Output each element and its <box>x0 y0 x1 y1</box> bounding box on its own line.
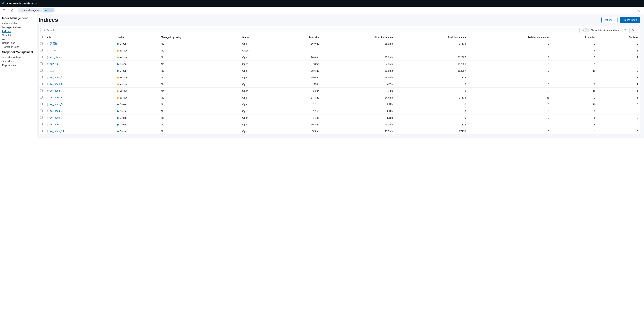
index-name-link[interactable]: zc_index_14 <box>50 130 64 133</box>
col-index[interactable]: Index↓ <box>45 34 116 40</box>
create-index-button[interactable]: Create Index <box>620 17 640 23</box>
row-checkbox[interactable] <box>40 69 42 72</box>
sidebar-item[interactable]: Index Policies <box>2 22 35 26</box>
indices-table: Index↓ Health Managed by policy Status T… <box>39 34 640 135</box>
trash-icon[interactable] <box>46 103 49 106</box>
cell-health: Green <box>116 108 160 114</box>
index-name-link[interactable]: zc_index_8 <box>50 83 62 86</box>
cell-health: Green <box>116 128 160 135</box>
cell-health: Yellow <box>116 81 160 88</box>
breadcrumb-item-indices[interactable]: Indices <box>42 8 55 13</box>
sidebar-item[interactable]: Snapshots <box>2 60 35 63</box>
cell-status: Open <box>241 61 275 67</box>
col-replicas[interactable]: Replicas <box>597 34 640 40</box>
col-size-primaries[interactable]: Size of primaries <box>320 34 394 40</box>
actions-label: Actions <box>604 19 612 22</box>
refresh-interval-button[interactable]: ▾ <box>622 28 629 33</box>
index-name-link[interactable]: zc_index_4 <box>50 110 62 112</box>
health-dot-icon <box>117 70 119 72</box>
row-checkbox[interactable] <box>40 103 42 105</box>
cell-total-size: 7.8mb <box>275 61 320 67</box>
sidebar-item[interactable]: Repositories <box>2 63 35 67</box>
col-health[interactable]: Health <box>116 34 160 40</box>
row-checkbox[interactable] <box>40 96 42 99</box>
cell-total-docs: 27133 <box>394 40 467 47</box>
breadcrumb-item-index-management[interactable]: Index Managem... <box>18 8 43 13</box>
data-stream-toggle[interactable]: ✕ <box>582 29 589 32</box>
trash-icon[interactable] <box>46 130 49 133</box>
toolbar: Index Managem... Indices <box>0 7 644 14</box>
search-field-wrapper[interactable] <box>40 28 580 33</box>
cell-managed: No <box>160 74 241 81</box>
index-name-link[interactable]: zzz_400 <box>50 63 59 65</box>
row-checkbox[interactable] <box>40 49 42 52</box>
cell-size-primaries: 45.5mb <box>320 128 394 135</box>
trash-icon[interactable] <box>46 56 49 59</box>
trash-icon[interactable] <box>46 70 49 72</box>
index-name-link[interactable]: zzzzzzz <box>50 49 59 52</box>
menu-toggle-button[interactable] <box>2 8 7 13</box>
sidebar-item[interactable]: Indices <box>2 29 35 33</box>
cell-replicas: 1 <box>597 81 640 88</box>
row-checkbox[interactable] <box>40 56 42 58</box>
col-deleted-documents[interactable]: Deleted documents <box>467 34 551 40</box>
updates-button[interactable] <box>637 8 642 13</box>
col-total-documents[interactable]: Total documents <box>394 34 467 40</box>
trash-icon[interactable] <box>46 110 49 113</box>
sidebar-item[interactable]: Rollup Jobs <box>2 41 35 45</box>
index-name-link[interactable]: zc_index_9 <box>50 76 62 79</box>
sidebar-item[interactable]: Transform Jobs <box>2 45 35 49</box>
index-name-link[interactable]: 罗雪松 <box>50 42 58 45</box>
index-name-link[interactable]: zc_index_7 <box>50 89 62 92</box>
cell-managed: No <box>160 108 241 114</box>
row-checkbox[interactable] <box>40 76 42 78</box>
row-checkbox[interactable] <box>40 116 42 119</box>
row-checkbox[interactable] <box>40 83 42 85</box>
index-name-link[interactable]: zc_index_5 <box>50 103 62 106</box>
sidebar-item[interactable]: Snapshot Policies <box>2 56 35 60</box>
row-checkbox[interactable] <box>40 123 42 125</box>
row-checkbox[interactable] <box>40 110 42 112</box>
cell-replicas: 0 <box>597 108 640 114</box>
index-name-link[interactable]: zc_index_6 <box>50 96 62 99</box>
app-logo[interactable]: OpenSearch Dashboards <box>2 2 37 5</box>
col-primaries[interactable]: Primaries <box>551 34 597 40</box>
sidebar-item[interactable]: Templates <box>2 33 35 37</box>
col-managed[interactable]: Managed by policy <box>160 34 241 40</box>
trash-icon[interactable] <box>46 90 49 92</box>
row-checkbox[interactable] <box>40 63 42 65</box>
col-total-size[interactable]: Total size <box>275 34 320 40</box>
actions-dropdown-button[interactable]: Actions ▾ <box>602 17 618 23</box>
trash-icon[interactable] <box>46 117 49 119</box>
cell-total-size: 2.2kb <box>275 88 320 94</box>
health-dot-icon <box>117 97 119 99</box>
sidebar-item[interactable]: Managed Indices <box>2 26 35 29</box>
search-input[interactable] <box>47 29 578 32</box>
row-checkbox[interactable] <box>40 130 42 132</box>
cell-total-docs: - <box>394 47 467 54</box>
sidebar-item[interactable]: Aliases <box>2 37 35 41</box>
home-button[interactable] <box>9 8 15 13</box>
index-name-link[interactable]: zzz_shrink <box>50 56 62 59</box>
auto-refresh-control[interactable]: ▾ Off <box>622 28 638 33</box>
col-status[interactable]: Status <box>241 34 275 40</box>
trash-icon[interactable] <box>46 43 49 45</box>
cell-size-primaries: - <box>320 47 394 54</box>
indices-panel: ✕ Show data stream indices ▾ Off In <box>38 26 640 135</box>
index-name-link[interactable]: zc_index_2 <box>50 123 62 126</box>
trash-icon[interactable] <box>46 50 49 52</box>
trash-icon[interactable] <box>46 83 49 86</box>
cell-primaries: 2 <box>551 81 597 88</box>
row-checkbox[interactable] <box>40 89 42 92</box>
trash-icon[interactable] <box>46 76 49 79</box>
select-all-checkbox[interactable] <box>40 36 42 38</box>
cell-status: Open <box>241 74 275 81</box>
trash-icon[interactable] <box>46 97 49 99</box>
row-checkbox[interactable] <box>40 42 42 45</box>
cell-status: Open <box>241 101 275 108</box>
index-name-link[interactable]: zc_index_3 <box>50 116 62 119</box>
trash-icon[interactable] <box>46 124 49 126</box>
index-name-link[interactable]: zzz <box>50 69 54 72</box>
cell-size-primaries: 28.6mb <box>320 54 394 61</box>
trash-icon[interactable] <box>46 63 49 66</box>
